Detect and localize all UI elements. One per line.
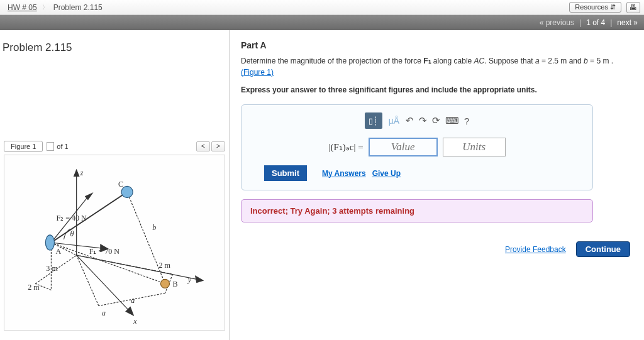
breadcrumb-hw[interactable]: HW # 05 (4, 3, 41, 12)
pager-status: 1 of 4 (584, 18, 608, 27)
units-hint[interactable]: µÅ (389, 116, 399, 126)
part-title: Part A (241, 40, 633, 50)
chevron-right-icon: 〉 (42, 3, 48, 12)
help-icon[interactable]: ? (464, 116, 469, 126)
svg-text:F₁ = 70 N: F₁ = 70 N (89, 247, 120, 256)
svg-text:z: z (80, 168, 84, 177)
figure-tab[interactable]: Figure 1 (4, 141, 43, 152)
svg-text:y: y (187, 275, 192, 284)
figure-tab-bar: Figure 1 of 1 < > (4, 141, 225, 152)
figure-stepper-group: of 1 (47, 142, 68, 151)
answer-links: My Answers Give Up (322, 169, 401, 178)
svg-line-6 (51, 243, 76, 255)
instruction-text: Express your answer to three significant… (241, 84, 631, 96)
template-button[interactable]: ▯┊ (365, 112, 382, 129)
figure-nav-buttons: < > (196, 141, 225, 151)
svg-line-2 (77, 255, 134, 315)
toolbar-tools: ↶ ↷ ⟳ ⌨ ? (406, 115, 469, 126)
submit-row: Submit My Answers Give Up (249, 165, 585, 181)
printer-icon: 🖶 (630, 3, 637, 12)
resources-button[interactable]: Resources ⇵ (569, 2, 621, 13)
svg-text:a: a (131, 296, 135, 305)
figure-prev-button[interactable]: < (196, 141, 210, 151)
top-nav: HW # 05 〉 Problem 2.115 Resources ⇵ 🖶 (0, 0, 644, 15)
breadcrumb: HW # 05 〉 Problem 2.115 (4, 3, 106, 12)
pager-bar: « previous | 1 of 4 | next » (0, 15, 644, 30)
svg-text:b: b (152, 223, 156, 232)
breadcrumb-problem: Problem 2.115 (50, 3, 106, 12)
answer-input-row: |(F₁)ₐc| = (249, 138, 585, 156)
figure-link[interactable]: (Figure 1) (241, 68, 274, 77)
footer-actions: Provide Feedback Continue (241, 241, 633, 257)
svg-text:x: x (133, 317, 137, 326)
answer-panel: ▯┊ µÅ ↶ ↷ ⟳ ⌨ ? |(F₁)ₐc| = Submit My Ans… (241, 104, 593, 190)
next-button[interactable]: next » (614, 18, 640, 27)
feedback-message: Incorrect; Try Again; 3 attempts remaini… (241, 199, 593, 222)
problem-title: Problem 2.115 (0, 30, 229, 59)
svg-marker-3 (74, 170, 79, 176)
svg-line-13 (77, 255, 99, 305)
value-input[interactable] (369, 138, 438, 156)
answer-toolbar: ▯┊ µÅ ↶ ↷ ⟳ ⌨ ? (249, 112, 585, 129)
continue-button[interactable]: Continue (576, 241, 630, 257)
svg-text:A: A (55, 247, 61, 256)
content-area: Problem 2.115 Figure 1 of 1 < > (0, 30, 644, 340)
redo-icon[interactable]: ↷ (419, 115, 427, 126)
svg-text:F₂ = 40 N: F₂ = 40 N (56, 214, 87, 222)
svg-point-22 (160, 279, 169, 288)
svg-text:2 m: 2 m (28, 283, 40, 292)
undo-icon[interactable]: ↶ (406, 115, 414, 126)
nav-right: Resources ⇵ 🖶 (569, 2, 640, 13)
svg-text:θ: θ (70, 229, 74, 238)
units-input[interactable] (443, 138, 506, 156)
svg-text:a: a (102, 309, 106, 317)
my-answers-link[interactable]: My Answers (322, 169, 366, 178)
figure-stepper[interactable] (47, 142, 54, 151)
figure-panel: z C b F₂ = 40 N θ F₁ = 70 N A 3 m 2 m 2 … (4, 155, 225, 331)
previous-button[interactable]: « previous (537, 18, 577, 27)
submit-button[interactable]: Submit (264, 165, 307, 181)
svg-text:B: B (173, 280, 178, 288)
problem-text: Determine the magnitude of the projectio… (241, 55, 631, 96)
svg-text:3 m: 3 m (46, 264, 58, 273)
figure-next-button[interactable]: > (211, 141, 225, 151)
answer-lhs-label: |(F₁)ₐc| = (328, 141, 363, 153)
svg-marker-4 (196, 276, 203, 282)
right-column: Part A Determine the magnitude of the pr… (230, 30, 644, 340)
svg-line-17 (127, 192, 165, 284)
give-up-link[interactable]: Give Up (372, 169, 401, 178)
svg-text:C: C (118, 180, 123, 189)
svg-text:2 m: 2 m (158, 261, 170, 270)
figure-of-label: of 1 (57, 143, 68, 150)
left-column: Problem 2.115 Figure 1 of 1 < > (0, 30, 230, 340)
reset-icon[interactable]: ⟳ (432, 115, 440, 126)
provide-feedback-link[interactable]: Provide Feedback (505, 245, 566, 254)
pager-sep-1: | (579, 18, 581, 27)
updown-icon: ⇵ (610, 3, 616, 11)
print-button[interactable]: 🖶 (626, 2, 640, 13)
keyboard-icon[interactable]: ⌨ (445, 115, 459, 126)
pager-sep-2: | (610, 18, 612, 27)
figure-diagram: z C b F₂ = 40 N θ F₁ = 70 N A 3 m 2 m 2 … (7, 158, 222, 327)
svg-point-23 (45, 235, 54, 250)
